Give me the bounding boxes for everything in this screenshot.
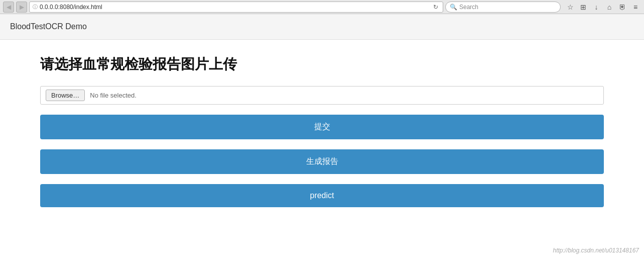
reader-icon[interactable]: ⊞ [578,2,589,13]
page-heading: 请选择血常规检验报告图片上传 [40,55,604,74]
search-bar[interactable]: 🔍 Search [445,2,561,13]
predict-button[interactable]: predict [40,184,604,207]
app-header: BloodTestOCR Demo [0,14,644,40]
file-label: No file selected. [90,92,137,99]
search-placeholder: Search [459,4,478,11]
shield-icon[interactable]: ⛨ [617,2,628,13]
browser-chrome: ◀ ▶ ⓘ 0.0.0.0:8080/index.html ↻ 🔍 Search… [0,0,644,14]
submit-button[interactable]: 提交 [40,115,604,139]
back-icon: ◀ [7,4,11,11]
download-icon[interactable]: ↓ [591,2,602,13]
info-icon: ⓘ [33,4,38,11]
page-content: BloodTestOCR Demo 请选择血常规检验报告图片上传 Browse…… [0,14,644,259]
forward-button[interactable]: ▶ [16,2,27,13]
bookmark-icon[interactable]: ☆ [565,2,576,13]
browse-button[interactable]: Browse… [46,90,85,101]
reload-button[interactable]: ↻ [432,3,440,11]
generate-report-button[interactable]: 生成报告 [40,149,604,174]
toolbar-icons: ☆ ⊞ ↓ ⌂ ⛨ ≡ [565,2,641,13]
app-title: BloodTestOCR Demo [10,22,87,31]
home-icon[interactable]: ⌂ [604,2,615,13]
back-button[interactable]: ◀ [3,2,14,13]
forward-icon: ▶ [20,4,24,11]
watermark: http://blog.csdn.net/u013148167 [553,247,639,254]
url-text: 0.0.0.0:8080/index.html [40,4,430,11]
url-bar[interactable]: ⓘ 0.0.0.0:8080/index.html ↻ [29,2,443,13]
main-content: 请选择血常规检验报告图片上传 Browse… No file selected.… [0,40,644,232]
file-upload-area: Browse… No file selected. [40,86,604,105]
search-icon: 🔍 [450,4,457,11]
menu-icon[interactable]: ≡ [630,2,641,13]
